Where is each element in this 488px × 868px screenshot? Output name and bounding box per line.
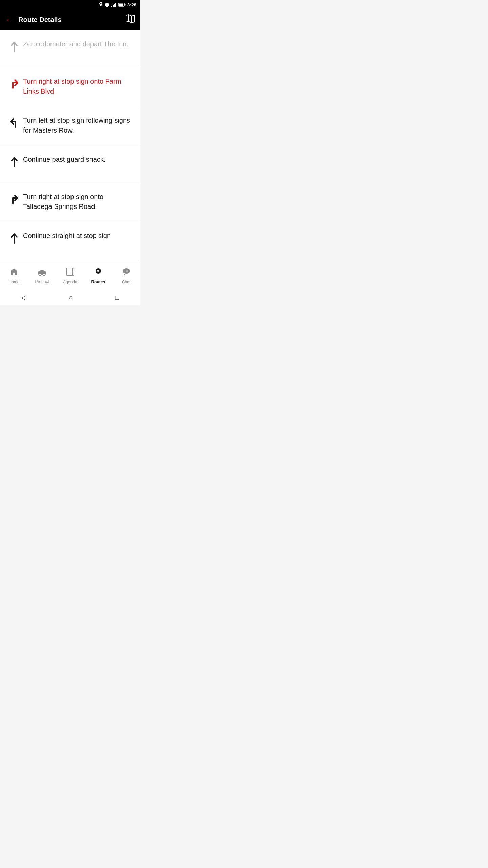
svg-point-40 <box>127 271 128 272</box>
svg-rect-8 <box>119 4 123 6</box>
tab-routes-label: Routes <box>91 280 105 284</box>
route-step-5: Turn right at stop sign onto Talladega S… <box>0 182 140 221</box>
svg-rect-9 <box>124 4 125 6</box>
home-icon <box>9 267 18 278</box>
tab-chat-label: Chat <box>122 280 130 284</box>
turn-right-icon-2 <box>8 193 20 205</box>
tab-agenda-label: Agenda <box>63 280 77 284</box>
step-2-text: Turn right at stop sign onto Farm Links … <box>23 77 134 96</box>
time-display: 3:28 <box>127 2 136 7</box>
battery-icon <box>118 3 126 7</box>
svg-marker-10 <box>126 15 134 23</box>
svg-rect-1 <box>105 3 106 6</box>
tab-product[interactable]: Product <box>28 262 56 289</box>
tab-routes[interactable]: Routes <box>84 262 112 289</box>
step-4-icon <box>5 155 23 168</box>
back-nav-button[interactable]: ◁ <box>21 293 26 301</box>
routes-icon <box>94 267 103 278</box>
tab-chat[interactable]: Chat <box>112 262 140 289</box>
svg-point-39 <box>126 271 127 272</box>
vibrate-icon <box>105 2 109 7</box>
turn-left-icon <box>8 117 20 129</box>
tab-product-label: Product <box>35 279 49 284</box>
status-icons: 3:28 <box>99 2 136 7</box>
location-icon <box>99 2 103 7</box>
chat-icon <box>122 267 131 278</box>
up-arrow-icon <box>8 41 20 53</box>
svg-rect-3 <box>111 6 112 7</box>
tab-agenda[interactable]: Agenda <box>56 262 84 289</box>
system-nav-bar: ◁ ○ □ <box>0 289 140 305</box>
step-3-text: Turn left at stop sign following signs f… <box>23 116 134 135</box>
agenda-icon <box>66 267 75 278</box>
map-icon <box>125 14 135 23</box>
svg-rect-4 <box>113 5 114 7</box>
home-nav-button[interactable]: ○ <box>68 294 73 301</box>
page-title: Route Details <box>18 16 125 24</box>
route-step-1: Zero odometer and depart The Inn. <box>0 30 140 67</box>
tab-home-label: Home <box>8 280 19 284</box>
route-step-4: Continue past guard shack. <box>0 145 140 182</box>
svg-point-24 <box>39 274 41 276</box>
route-step-2: Turn right at stop sign onto Farm Links … <box>0 67 140 106</box>
map-button[interactable] <box>125 14 135 25</box>
step-4-text: Continue past guard shack. <box>23 155 134 164</box>
svg-point-38 <box>124 271 125 272</box>
signal-icon <box>111 2 117 7</box>
route-list: Zero odometer and depart The Inn. Turn r… <box>0 30 140 262</box>
up-arrow-icon-3 <box>8 232 20 244</box>
step-6-text: Continue straight at stop sign <box>23 231 134 241</box>
turn-right-icon <box>8 78 20 90</box>
step-3-icon <box>5 116 23 129</box>
up-arrow-icon-2 <box>8 156 20 168</box>
step-5-text: Turn right at stop sign onto Talladega S… <box>23 192 134 212</box>
step-6-icon <box>5 231 23 244</box>
svg-rect-5 <box>114 4 115 7</box>
route-step-3: Turn left at stop sign following signs f… <box>0 106 140 145</box>
svg-rect-2 <box>108 3 109 6</box>
status-bar: 3:28 <box>0 0 140 9</box>
back-button[interactable]: ← <box>5 15 14 24</box>
recents-nav-button[interactable]: □ <box>115 294 119 301</box>
svg-point-25 <box>43 274 45 276</box>
tab-bar: Home Product Agenda <box>0 262 140 289</box>
nav-bar: ← Route Details <box>0 9 140 30</box>
step-2-icon <box>5 77 23 90</box>
route-step-6: Continue straight at stop sign <box>0 221 140 259</box>
tab-home[interactable]: Home <box>0 262 28 289</box>
svg-rect-23 <box>40 270 44 272</box>
svg-rect-6 <box>115 3 116 7</box>
step-1-text: Zero odometer and depart The Inn. <box>23 39 134 49</box>
product-icon <box>38 268 46 278</box>
svg-rect-0 <box>106 3 108 7</box>
step-1-icon <box>5 39 23 53</box>
step-5-icon <box>5 192 23 205</box>
